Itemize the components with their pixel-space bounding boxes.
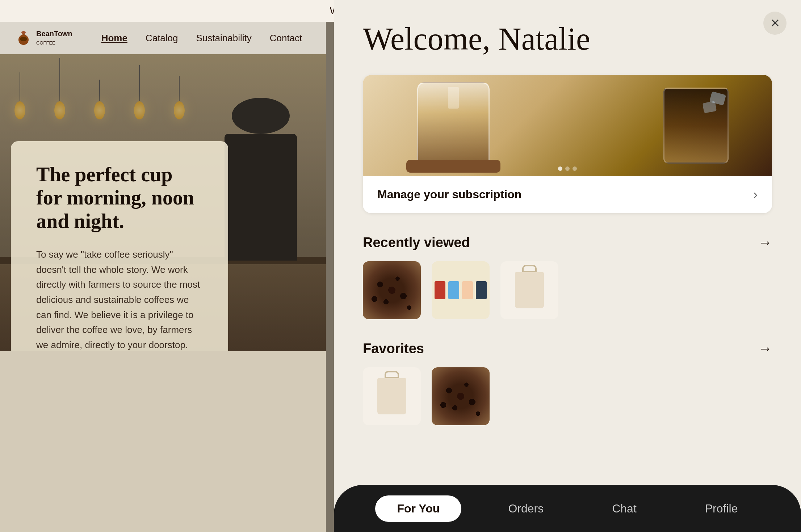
subscription-image <box>363 75 772 176</box>
logo-icon <box>14 29 33 47</box>
nav-sustainability[interactable]: Sustainability <box>196 33 252 44</box>
panel-content: Welcome, Natalie <box>334 0 801 532</box>
tote-handle-fav <box>385 371 399 378</box>
recently-viewed-item[interactable] <box>432 261 490 319</box>
bag-tan <box>462 281 473 299</box>
ice-cube <box>703 101 717 113</box>
tab-for-you[interactable]: For You <box>375 495 461 522</box>
navigation: BeanTownCOFFEE Home Catalog Sustainabili… <box>0 22 326 54</box>
recently-viewed-header: Recently viewed → <box>363 235 772 250</box>
close-icon: ✕ <box>770 16 780 30</box>
tab-chat[interactable]: Chat <box>590 495 658 522</box>
favorites-item[interactable] <box>363 367 421 425</box>
welcome-title: Welcome, Natalie <box>363 22 772 57</box>
wood-coaster <box>406 160 500 173</box>
tab-orders[interactable]: Orders <box>486 495 565 522</box>
hero-body: To say we "take coffee seriously" doesn'… <box>36 247 203 351</box>
subscription-arrow: › <box>753 187 758 202</box>
bottom-nav: For You Orders Chat Profile <box>334 485 801 532</box>
bag-blue <box>448 281 459 299</box>
nav-home[interactable]: Home <box>101 33 127 44</box>
logo: BeanTownCOFFEE <box>14 29 72 47</box>
tote-shape <box>515 272 544 308</box>
favorites-products <box>363 367 772 425</box>
subscription-card[interactable]: Manage your subscription › <box>363 75 772 213</box>
recently-viewed-arrow[interactable]: → <box>758 235 772 250</box>
coffee-glass-1 <box>417 82 490 169</box>
logo-text: BeanTownCOFFEE <box>36 30 72 46</box>
close-button[interactable]: ✕ <box>763 12 787 35</box>
hero-section: The perfect cup for morning, noon and ni… <box>0 54 326 351</box>
nav-links: Home Catalog Sustainability Contact <box>101 33 302 44</box>
bag-red <box>435 281 445 299</box>
tote-shape-fav <box>377 378 406 414</box>
subscription-footer: Manage your subscription › <box>363 176 772 213</box>
recently-viewed-title: Recently viewed <box>363 235 470 250</box>
coffee-beans-fav-thumb <box>432 367 490 425</box>
bean-dots <box>363 261 421 319</box>
svg-point-3 <box>21 31 26 34</box>
favorites-item[interactable] <box>432 367 490 425</box>
favorites-title: Favorites <box>363 341 424 356</box>
side-panel: ✕ Welcome, Natalie <box>334 0 801 532</box>
nav-contact[interactable]: Contact <box>270 33 302 44</box>
favorites-header: Favorites → <box>363 341 772 356</box>
svg-point-1 <box>20 37 27 41</box>
hero-headline: The perfect cup for morning, noon and ni… <box>36 163 203 233</box>
recently-viewed-item[interactable] <box>363 261 421 319</box>
favorites-arrow[interactable]: → <box>758 341 772 356</box>
bean-dots-fav <box>432 367 490 425</box>
tab-profile[interactable]: Profile <box>683 495 760 522</box>
scroll-dots <box>558 166 577 171</box>
subscription-label: Manage your subscription <box>377 188 521 201</box>
bag-dark <box>476 281 487 299</box>
hero-text-box: The perfect cup for morning, noon and ni… <box>11 141 228 351</box>
recently-viewed-products <box>363 261 772 319</box>
bottom-section <box>0 351 326 532</box>
coffee-beans-thumb <box>363 261 421 319</box>
nav-catalog[interactable]: Catalog <box>146 33 178 44</box>
recently-viewed-item[interactable] <box>500 261 558 319</box>
tote-handle <box>522 265 537 272</box>
